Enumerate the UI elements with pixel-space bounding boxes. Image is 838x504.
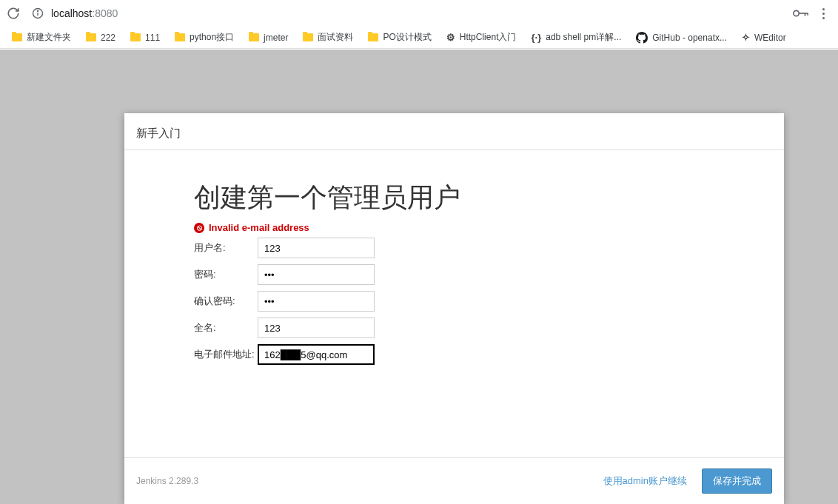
error-text: Invalid e-mail address	[209, 222, 309, 233]
site-info-icon[interactable]	[32, 7, 44, 19]
folder-icon	[303, 33, 313, 41]
form-row-username: 用户名:	[194, 238, 784, 258]
confirm-label: 确认密码:	[194, 295, 258, 308]
github-icon	[636, 32, 648, 44]
password-input[interactable]	[258, 264, 375, 285]
folder-icon	[368, 33, 378, 41]
address-bar: localhost:8080	[0, 0, 838, 27]
svg-point-2	[37, 10, 38, 11]
username-input[interactable]	[258, 238, 375, 258]
modal-footer: Jenkins 2.289.3 使用admin账户继续 保存并完成	[124, 457, 784, 504]
form-row-email: 电子邮件地址:	[194, 344, 784, 365]
bookmark-item[interactable]: jmeter	[243, 30, 294, 46]
username-label: 用户名:	[194, 241, 258, 255]
page-content: 新手入门 创建第一个管理员用户 ⦸ Invalid e-mail address…	[0, 50, 838, 504]
folder-icon	[130, 33, 141, 41]
form-row-fullname: 全名:	[194, 317, 784, 338]
bookmarks-bar: 新建文件夹 222 111 python接口 jmeter 面试资料 PO设计模…	[0, 27, 838, 49]
modal-header: 新手入门	[124, 113, 784, 150]
http-icon: ⚙	[446, 32, 455, 43]
url-host: localhost	[51, 7, 92, 19]
more-menu-icon[interactable]	[822, 8, 825, 19]
bookmark-item[interactable]: ⚙HttpClient入门	[440, 28, 523, 47]
bookmark-item[interactable]: 面试资料	[297, 28, 359, 47]
svg-point-3	[794, 10, 799, 16]
address-right-icons	[793, 8, 832, 19]
bookmark-item[interactable]: PO设计模式	[362, 28, 437, 47]
skip-button[interactable]: 使用admin账户继续	[603, 474, 687, 488]
confirm-input[interactable]	[258, 291, 375, 312]
save-button[interactable]: 保存并完成	[702, 468, 772, 494]
modal-body: 创建第一个管理员用户 ⦸ Invalid e-mail address 用户名:…	[124, 150, 784, 365]
reload-icon[interactable]	[7, 7, 20, 20]
folder-icon	[249, 33, 259, 41]
bookmark-item[interactable]: ✧WEditor	[736, 29, 792, 46]
bookmark-item[interactable]: 222	[80, 30, 121, 46]
setup-modal: 新手入门 创建第一个管理员用户 ⦸ Invalid e-mail address…	[124, 113, 784, 504]
error-message: ⦸ Invalid e-mail address	[194, 222, 784, 233]
app-icon: ✧	[742, 32, 750, 43]
form-row-password: 密码:	[194, 264, 784, 285]
bookmark-item[interactable]: python接口	[169, 28, 240, 47]
url-text[interactable]: localhost:8080	[51, 7, 793, 19]
bookmark-item[interactable]: 111	[124, 30, 166, 46]
folder-icon	[175, 33, 185, 41]
fullname-label: 全名:	[194, 321, 258, 335]
jenkins-version: Jenkins 2.289.3	[136, 476, 198, 486]
error-icon: ⦸	[194, 223, 204, 233]
url-port: :8080	[92, 7, 118, 19]
bookmark-item[interactable]: 新建文件夹	[6, 28, 77, 47]
footer-buttons: 使用admin账户继续 保存并完成	[603, 468, 772, 494]
folder-icon	[86, 33, 96, 41]
bookmark-item[interactable]: {·}adb shell pm详解...	[525, 28, 627, 47]
browser-chrome: localhost:8080 新建文件夹 222 111 python接口 jm…	[0, 0, 838, 50]
folder-icon	[12, 33, 22, 41]
password-label: 密码:	[194, 268, 258, 281]
page-title: 创建第一个管理员用户	[194, 180, 784, 216]
email-input[interactable]	[258, 344, 375, 365]
bookmark-item[interactable]: GitHub - openatx...	[630, 29, 733, 47]
form-row-confirm: 确认密码:	[194, 291, 784, 312]
fullname-input[interactable]	[258, 317, 375, 338]
password-key-icon[interactable]	[793, 9, 809, 18]
code-icon: {·}	[531, 32, 541, 43]
email-label: 电子邮件地址:	[194, 348, 258, 361]
